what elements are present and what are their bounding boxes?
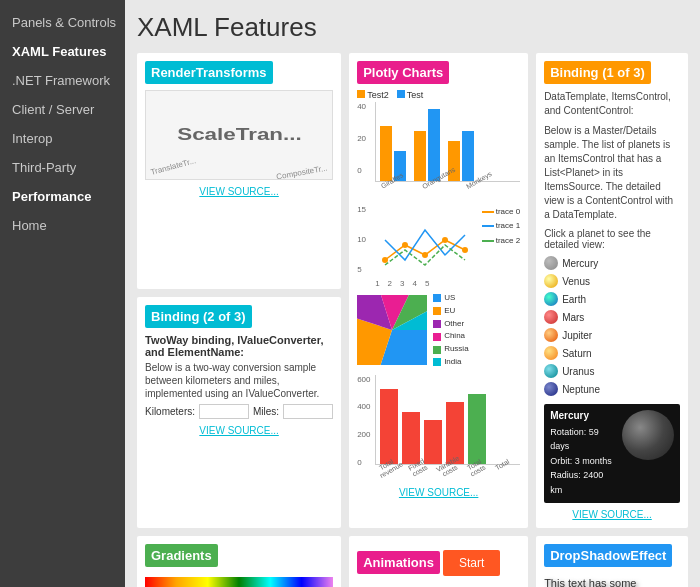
page-title: XAML Features [137, 12, 688, 43]
binding2-body: Below is a two-way conversion sample bet… [145, 361, 333, 400]
km-label: Kilometers: [145, 406, 195, 417]
planet-uranus[interactable]: Uranus [544, 362, 680, 380]
bar-chart2 [375, 375, 520, 465]
planet-icon-saturn [544, 346, 558, 360]
planet-mars[interactable]: Mars [544, 308, 680, 326]
gradient-visual [145, 577, 333, 587]
planet-info-orbit: Orbit: 3 months [550, 454, 616, 468]
rendertransforms-view-source[interactable]: VIEW SOURCE... [145, 186, 333, 197]
bar-1-test2 [380, 126, 392, 181]
planet-icon-venus [544, 274, 558, 288]
planet-info-radius: Radius: 2400 km [550, 468, 616, 497]
svg-point-3 [442, 237, 448, 243]
pie-legend: US EU Other China Russia India [433, 292, 468, 369]
planet-icon-mars [544, 310, 558, 324]
miles-label: Miles: [253, 406, 279, 417]
card-title-animations: Animations [357, 551, 440, 574]
card-title-gradients: Gradients [145, 544, 218, 567]
planet-icon-earth [544, 292, 558, 306]
line-legend: trace 0 trace 1 trace 2 [482, 205, 520, 248]
composite-text: CompositeTr... [276, 164, 328, 180]
rendertransform-visual: ScaleTran... TranslateTr... CompositeTr.… [145, 90, 333, 180]
scale-text: ScaleTran... [177, 126, 302, 144]
bar2-5 [468, 394, 486, 464]
card-title-binding2: Binding (2 of 3) [145, 305, 252, 328]
card-title-dropshadow: DropShadowEffect [544, 544, 672, 567]
sidebar-item-thirdparty[interactable]: Third-Party [0, 153, 125, 182]
legend-test-dot [397, 90, 405, 98]
card-title-binding1: Binding (1 of 3) [544, 61, 651, 84]
binding1-description: DataTemplate, ItemsControl, and ContentC… [544, 90, 680, 118]
planet-jupiter[interactable]: Jupiter [544, 326, 680, 344]
sidebar-item-client[interactable]: Client / Server [0, 95, 125, 124]
svg-point-0 [382, 257, 388, 263]
sidebar: Panels & Controls XAML Features .NET Fra… [0, 0, 125, 587]
card-plotly: Plotly Charts Test2 Test 40 20 0 [349, 53, 528, 528]
binding2-view-source[interactable]: VIEW SOURCE... [145, 425, 333, 436]
bar2-3 [424, 420, 442, 464]
translate-text: TranslateTr... [150, 156, 197, 177]
sidebar-item-dotnet[interactable]: .NET Framework [0, 66, 125, 95]
planet-detail-name: Mercury [550, 410, 616, 421]
planet-venus[interactable]: Venus [544, 272, 680, 290]
animations-start-button[interactable]: Start [443, 550, 500, 576]
card-rendertransforms: RenderTransforms ScaleTran... TranslateT… [137, 53, 341, 289]
planet-detail-box: Mercury Rotation: 59 days Orbit: 3 month… [544, 404, 680, 503]
bar-2-test [428, 109, 440, 181]
cards-grid: RenderTransforms ScaleTran... TranslateT… [137, 53, 688, 587]
card-title-rendertransforms: RenderTransforms [145, 61, 273, 84]
binding1-view-source[interactable]: VIEW SOURCE... [544, 509, 680, 520]
bar-group-2 [414, 109, 440, 181]
pie-chart-svg [357, 295, 427, 365]
dropshadow-text: This text has some shadows [544, 577, 680, 587]
sidebar-item-performance[interactable]: Performance [0, 182, 125, 211]
bar-2-test2 [414, 131, 426, 181]
card-dropshadow: DropShadowEffect This text has some shad… [536, 536, 688, 587]
planet-icon-jupiter [544, 328, 558, 342]
svg-point-4 [462, 247, 468, 253]
card-title-plotly: Plotly Charts [357, 61, 449, 84]
svg-point-1 [402, 242, 408, 248]
planet-earth[interactable]: Earth [544, 290, 680, 308]
sidebar-item-panels[interactable]: Panels & Controls [0, 8, 125, 37]
binding2-desc: TwoWay binding, IValueConverter, and Ele… [145, 334, 333, 358]
line-chart-container: 15 10 5 12345 [375, 205, 520, 288]
planet-icon-neptune [544, 382, 558, 396]
planet-detail-content: Mercury Rotation: 59 days Orbit: 3 month… [550, 410, 674, 497]
sidebar-item-xaml[interactable]: XAML Features [0, 37, 125, 66]
planet-list: Mercury Venus Earth Mars Jupiter [544, 254, 680, 398]
planet-icon-uranus [544, 364, 558, 378]
planet-mercury[interactable]: Mercury [544, 254, 680, 272]
bar-chart2-container: 600 400 200 0 Total revenue Fixed costs … [375, 375, 520, 481]
bar-3-test [462, 131, 474, 181]
pie-chart-container: US EU Other China Russia India [357, 292, 520, 369]
bar2-2 [402, 412, 420, 464]
card-binding-1of3: Binding (1 of 3) DataTemplate, ItemsCont… [536, 53, 688, 528]
planet-moon-visual [622, 410, 674, 460]
bar2-x-labels: Total revenue Fixed costs Variable costs… [375, 467, 520, 481]
main-content: XAML Features RenderTransforms ScaleTran… [125, 0, 700, 587]
planet-icon-mercury [544, 256, 558, 270]
kilometers-input[interactable] [199, 404, 249, 419]
binding1-hint: Click a planet to see the detailed view: [544, 228, 680, 250]
bar-chart-legend: Test2 Test [357, 90, 520, 100]
planet-neptune[interactable]: Neptune [544, 380, 680, 398]
card-gradients: Gradients VIEW SOURCE... [137, 536, 341, 587]
binding1-body: Below is a Master/Details sample. The li… [544, 124, 680, 222]
svg-point-2 [422, 252, 428, 258]
sidebar-item-home[interactable]: Home [0, 211, 125, 240]
plotly-view-source[interactable]: VIEW SOURCE... [357, 487, 520, 498]
legend-test2-dot [357, 90, 365, 98]
card-animations: Animations Start VIEW SOURCE... [349, 536, 528, 587]
planet-info-rotation: Rotation: 59 days [550, 425, 616, 454]
bar-chart-container: 40 20 0 [375, 102, 520, 191]
km-miles-row: Kilometers: Miles: [145, 404, 333, 419]
x-axis-labels: Giraffes Orangutans Monkeys [379, 184, 520, 191]
line-chart-x-labels: 12345 [375, 279, 520, 288]
sidebar-item-interop[interactable]: Interop [0, 124, 125, 153]
miles-input[interactable] [283, 404, 333, 419]
planet-saturn[interactable]: Saturn [544, 344, 680, 362]
card-binding-2of3: Binding (2 of 3) TwoWay binding, IValueC… [137, 297, 341, 528]
bar2-1 [380, 389, 398, 464]
planet-detail-info: Mercury Rotation: 59 days Orbit: 3 month… [550, 410, 616, 497]
